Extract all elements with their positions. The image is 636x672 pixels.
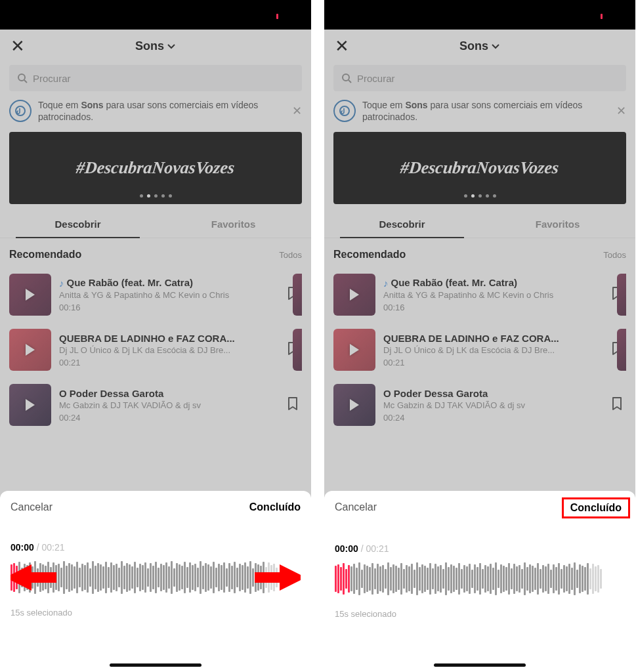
wave-bar	[160, 564, 162, 591]
wave-bar	[432, 568, 434, 589]
page-title[interactable]: Sons	[459, 39, 500, 53]
wave-bar	[163, 565, 165, 590]
play-icon	[350, 399, 359, 411]
song-duration: 00:21	[59, 358, 278, 368]
music-library-icon	[333, 100, 356, 122]
wave-bar	[134, 562, 136, 593]
song-row[interactable]: O Poder Dessa GarotaMc Gabzin & DJ TAK V…	[9, 377, 302, 432]
wave-bar	[398, 568, 400, 590]
promo-banner[interactable]: #DescubraNovasVozes	[9, 132, 302, 204]
song-row[interactable]: QUEBRA DE LADINHO e FAZ CORA...Dj JL O Ú…	[333, 322, 626, 377]
search-input[interactable]: Procurar	[9, 65, 302, 91]
song-thumb[interactable]	[333, 274, 375, 316]
wave-bar	[223, 562, 225, 593]
waveform[interactable]	[11, 559, 301, 596]
song-thumb[interactable]	[333, 384, 375, 426]
close-icon[interactable]: ✕	[11, 37, 25, 54]
wave-bar	[231, 566, 233, 589]
wave-bar	[116, 564, 117, 591]
section-all-link[interactable]: Todos	[279, 250, 302, 260]
bookmark-icon[interactable]	[610, 396, 624, 411]
wave-bar	[147, 568, 149, 587]
wave-bar	[495, 562, 497, 595]
song-thumb[interactable]	[333, 329, 375, 371]
wave-bar	[144, 562, 146, 593]
bookmark-icon[interactable]	[286, 396, 299, 411]
section-all-link[interactable]: Todos	[603, 250, 626, 260]
arrow-right-icon	[253, 561, 301, 594]
wave-bar	[555, 567, 557, 591]
song-title: O Poder Dessa Garota	[383, 388, 603, 399]
home-indicator	[434, 663, 526, 667]
song-row[interactable]: QUEBRA DE LADINHO e FAZ CORA...Dj JL O Ú…	[9, 322, 302, 377]
wave-bar	[416, 562, 418, 595]
song-row[interactable]: ♪Que Rabão (feat. Mr. Catra)Anitta & YG …	[9, 267, 302, 322]
song-meta: QUEBRA DE LADINHO e FAZ CORA...Dj JL O Ú…	[59, 333, 278, 368]
done-button[interactable]: Concluído	[249, 501, 301, 513]
cancel-button[interactable]: Cancelar	[11, 501, 53, 513]
wave-bar	[205, 563, 207, 592]
wave-bar	[595, 566, 597, 591]
wave-bar	[189, 562, 191, 593]
song-thumb[interactable]	[9, 329, 51, 371]
cancel-button[interactable]: Cancelar	[335, 501, 377, 514]
wave-bar	[244, 562, 246, 593]
search-input[interactable]: Procurar	[333, 65, 626, 91]
wave-bar	[66, 566, 68, 589]
wave-bar	[150, 563, 152, 592]
tab-discover[interactable]: Descobrir	[324, 211, 480, 238]
tab-favorites[interactable]: Favoritos	[156, 211, 311, 238]
wave-bar	[542, 565, 544, 593]
wave-bar	[168, 566, 170, 589]
song-duration: 00:24	[59, 413, 278, 423]
wave-bar	[249, 561, 251, 594]
song-title: QUEBRA DE LADINHO e FAZ CORA...	[383, 333, 603, 344]
song-row[interactable]: ♪Que Rabão (feat. Mr. Catra)Anitta & YG …	[333, 267, 626, 322]
wave-bar	[350, 566, 352, 591]
next-thumb-peek	[293, 329, 302, 371]
info-text: Toque em Sons para usar sons comerciais …	[38, 99, 286, 123]
chevron-down-icon	[491, 42, 500, 51]
song-thumb[interactable]	[9, 274, 51, 316]
page-title[interactable]: Sons	[135, 39, 176, 53]
wave-bar	[71, 564, 73, 591]
song-row[interactable]: O Poder Dessa GarotaMc Gabzin & DJ TAK V…	[333, 377, 626, 432]
svg-marker-2	[11, 564, 56, 591]
wave-bar	[458, 563, 460, 595]
banner-pagination	[333, 194, 626, 198]
wave-bar	[456, 568, 457, 590]
wave-bar	[242, 565, 244, 590]
wave-bar	[158, 568, 159, 587]
song-artist: Dj JL O Único & Dj LK da Escócia & DJ Br…	[59, 345, 278, 355]
wave-bar	[181, 566, 183, 589]
wave-bar	[477, 567, 478, 591]
tab-discover[interactable]: Descobrir	[0, 211, 156, 238]
wave-bar	[571, 568, 573, 590]
song-meta: ♪Que Rabão (feat. Mr. Catra)Anitta & YG …	[383, 277, 603, 312]
wave-bar	[200, 561, 201, 594]
play-icon	[26, 399, 35, 411]
wave-bar	[440, 565, 442, 593]
wave-bar	[118, 568, 120, 587]
timeline-time: 00:00 / 00:21	[335, 543, 625, 554]
wave-bar	[490, 564, 492, 594]
bookmark-button[interactable]	[610, 396, 626, 413]
info-close-icon[interactable]: ✕	[616, 104, 626, 118]
wave-bar	[516, 566, 518, 591]
wave-bar	[524, 562, 526, 595]
tab-favorites[interactable]: Favoritos	[480, 211, 635, 238]
bookmark-button[interactable]	[286, 396, 302, 413]
song-thumb[interactable]	[9, 384, 51, 426]
info-close-icon[interactable]: ✕	[292, 104, 302, 118]
top-bar: ✕ Sons	[0, 30, 311, 62]
wave-bar	[63, 561, 65, 594]
wave-bar	[537, 563, 539, 595]
wave-bar	[139, 564, 141, 591]
waveform[interactable]	[335, 560, 625, 597]
done-button[interactable]: Concluído	[562, 497, 630, 518]
wave-bar	[424, 566, 426, 592]
promo-banner[interactable]: #DescubraNovasVozes	[333, 132, 626, 204]
wave-bar	[58, 564, 60, 591]
wave-bar	[202, 566, 204, 589]
close-icon[interactable]: ✕	[335, 37, 349, 54]
